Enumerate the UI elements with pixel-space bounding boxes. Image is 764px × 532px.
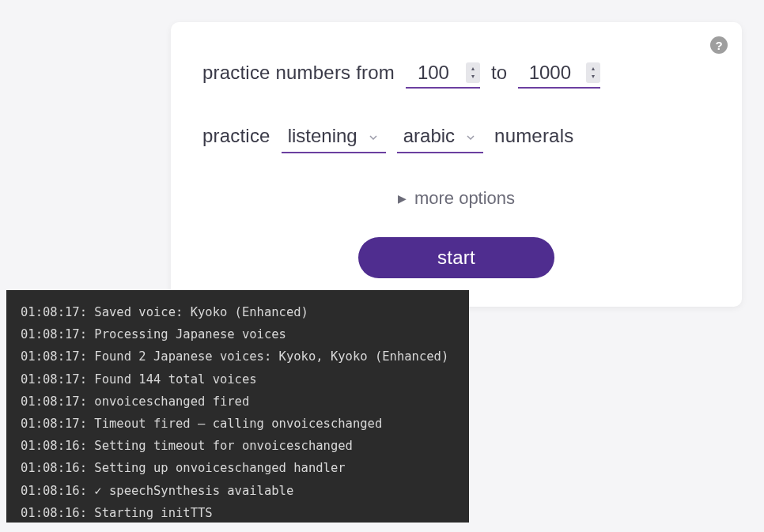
chevron-down-icon: ▾ [471, 73, 475, 81]
chevron-down-icon [367, 131, 380, 147]
chevron-up-icon: ▴ [592, 65, 595, 73]
log-line: 01:08:17: Processing Japanese voices [21, 323, 455, 345]
range-prefix-label: practice numbers from [202, 62, 395, 84]
range-row: practice numbers from ▴ ▾ to ▴ ▾ [202, 60, 710, 89]
log-line: 01:08:16: Setting up onvoiceschanged han… [21, 457, 455, 479]
script-select[interactable]: arabic [397, 123, 483, 153]
help-icon-glyph: ? [715, 39, 722, 52]
from-number-input[interactable] [406, 62, 461, 84]
mode-select[interactable]: listening [282, 123, 386, 153]
log-line: 01:08:17: Found 2 Japanese voices: Kyoko… [21, 345, 455, 368]
range-middle-label: to [491, 62, 507, 84]
mode-select-value: listening [288, 125, 357, 147]
mode-prefix-label: practice [202, 125, 270, 147]
log-line: 01:08:16: ✓ speechSynthesis available [21, 480, 455, 502]
from-number-field[interactable]: ▴ ▾ [406, 60, 480, 89]
debug-console: 01:08:17: Saved voice: Kyoko (Enhanced) … [6, 290, 469, 523]
more-options-toggle[interactable]: ▶ more options [398, 188, 515, 209]
chevron-down-icon: ▾ [592, 73, 595, 81]
to-number-field[interactable]: ▴ ▾ [518, 60, 600, 89]
log-line: 01:08:17: Found 144 total voices [21, 368, 455, 391]
to-number-input[interactable] [518, 62, 581, 84]
chevron-down-icon [464, 131, 477, 147]
from-number-stepper[interactable]: ▴ ▾ [466, 62, 480, 83]
start-button[interactable]: start [358, 237, 554, 278]
log-line: 01:08:17: Saved voice: Kyoko (Enhanced) [21, 301, 455, 323]
log-line: 01:08:16: Setting timeout for onvoicesch… [21, 435, 455, 457]
mode-suffix-label: numerals [494, 125, 573, 147]
disclosure-triangle-icon: ▶ [398, 192, 407, 205]
help-icon[interactable]: ? [710, 36, 728, 54]
log-line: 01:08:17: Timeout fired – calling onvoic… [21, 413, 455, 435]
log-line: 01:08:17: onvoiceschanged fired [21, 391, 455, 413]
script-select-value: arabic [403, 125, 455, 147]
to-number-stepper[interactable]: ▴ ▾ [586, 62, 600, 83]
more-options-label: more options [414, 188, 515, 209]
mode-row: practice listening arabic numerals [202, 123, 710, 153]
chevron-up-icon: ▴ [471, 65, 475, 73]
log-line: 01:08:16: Starting initTTS [21, 502, 455, 523]
practice-settings-card: ? practice numbers from ▴ ▾ to ▴ ▾ pract… [171, 22, 742, 307]
